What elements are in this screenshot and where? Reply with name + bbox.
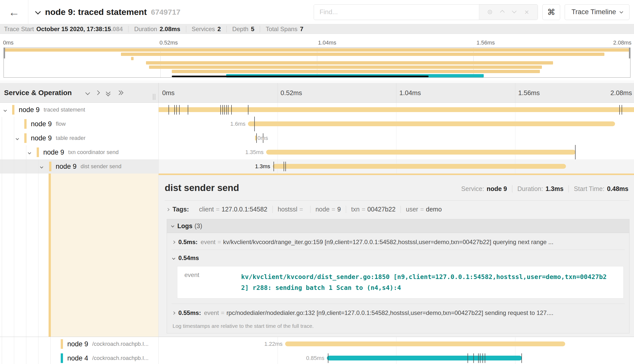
span-bar[interactable] [248, 121, 615, 126]
command-icon: ⌘ [547, 7, 555, 17]
axis-tick: 0ms [162, 89, 175, 97]
find-controls: × [479, 5, 538, 20]
minimap-span [146, 61, 553, 65]
span-color-chip [61, 353, 63, 363]
trace-start: Trace Start October 15 2020, 17:38:15.08… [4, 26, 129, 32]
log-entry-1[interactable]: 0.5ms: event = kv/kvclient/kvcoord/range… [172, 233, 625, 250]
logs-block: Logs (3) 0.5ms: event = kv/kvclient/kvco… [167, 219, 629, 333]
tag-client: client=127.0.0.1:54582 [194, 206, 273, 213]
minimap-scroll-thumb[interactable] [172, 76, 429, 77]
trace-duration: Duration 2.08ms [129, 26, 186, 32]
log-entry-3[interactable]: 0.55ms: event = rpc/nodedialer/nodediale… [172, 304, 625, 320]
back-button[interactable]: ← [0, 0, 28, 24]
tags-expand-icon[interactable] [166, 208, 170, 211]
log-entry-2-header[interactable]: 0.54ms [172, 250, 625, 265]
find-input[interactable] [314, 5, 479, 20]
prev-match-icon[interactable] [501, 9, 504, 15]
child-span-rows: node 9 /cockroach.roachpb.I... 1.22ms no… [0, 337, 634, 364]
row-collapse-icon[interactable] [40, 164, 43, 169]
view-selector-label: Trace Timeline [572, 8, 616, 16]
log-field-key: event [180, 271, 241, 293]
span-name[interactable]: node 9 table reader [0, 131, 158, 145]
span-color-chip [12, 105, 14, 115]
tags-label[interactable]: Tags: [173, 206, 189, 213]
chevron-down-icon [620, 10, 623, 13]
log-expand-icon [172, 241, 175, 244]
minimap-canvas[interactable] [4, 48, 630, 78]
span-bar[interactable] [285, 341, 565, 346]
keyboard-shortcuts-button[interactable]: ⌘ [542, 4, 560, 20]
span-name[interactable]: node 9 traced statement [0, 103, 158, 117]
axis-tick: 1.56ms [477, 39, 495, 46]
span-row-traced-statement: node 9 traced statement [0, 103, 634, 117]
span-name[interactable]: node 9 /cockroach.roachpb.I... [0, 337, 158, 351]
span-name[interactable]: node 9 dist sender send [0, 159, 158, 174]
row-collapse-icon[interactable] [4, 108, 6, 112]
trace-total-spans: Total Spans 7 [260, 26, 309, 32]
span-row-batch-node4: node 4 /cockroach.roachpb.I... 0.85ms [0, 351, 634, 364]
span-row-flow: node 9 flow 1.6ms [0, 117, 634, 131]
span-duration-label: 1.22ms [264, 341, 283, 347]
span-row-table-reader: node 9 table reader 0ms [0, 131, 634, 145]
left-scrubber-handle[interactable] [4, 48, 5, 58]
row-collapse-icon[interactable] [28, 150, 31, 155]
view-selector-button[interactable]: Trace Timeline [565, 4, 629, 20]
expand-one-icon[interactable] [96, 91, 99, 94]
minimap-span [121, 53, 604, 56]
collapse-all-icon[interactable] [106, 90, 111, 95]
span-accent-bar [49, 174, 51, 337]
axis-tick: 2.08ms [610, 89, 632, 97]
span-accent-tint [51, 174, 158, 337]
logs-footnote: Log timestamps are relative to the start… [172, 320, 625, 333]
collapse-title-chevron-icon[interactable] [36, 10, 40, 15]
right-scrubber-handle[interactable] [629, 48, 630, 58]
axis-tick: 1.04ms [318, 39, 336, 46]
span-bar[interactable] [266, 150, 576, 155]
span-bar[interactable] [273, 164, 566, 169]
minimap-span [4, 48, 630, 52]
span-name[interactable]: node 9 txn coordinator send [0, 145, 158, 159]
logs-header[interactable]: Logs (3) [167, 219, 629, 233]
span-id-row: SpanID: 5597415943526560273 [165, 333, 629, 337]
focus-match-icon[interactable] [488, 10, 492, 14]
log-expand-icon [172, 311, 175, 315]
log-entry-2-detail: event kv/kvclient/kvcoord/dist_sender.go… [177, 266, 624, 298]
span-name[interactable]: node 4 /cockroach.roachpb.I... [0, 351, 158, 364]
span-bar[interactable] [159, 107, 634, 112]
axis-tick: 2.08ms [613, 39, 631, 46]
span-detail-indent-column [0, 174, 159, 337]
trace-id: 6749717 [151, 8, 180, 16]
span-detail-meta: Service:node 9 Duration:1.3ms Start Time… [456, 185, 629, 192]
axis-tick: 1.56ms [518, 89, 540, 97]
page-header: ← node 9: traced statement 6749717 × ⌘ T [0, 0, 634, 24]
span-name[interactable]: node 9 flow [0, 117, 158, 131]
timeline-column-header: Service & Operation 0ms 0.52ms 1.04ms 1.… [0, 83, 634, 103]
span-color-chip [24, 133, 27, 143]
collapse-one-icon[interactable] [86, 91, 89, 94]
tags-row: Tags: client=127.0.0.1:54582 hostssl= no… [165, 201, 629, 217]
page-title: node 9: traced statement [45, 7, 147, 17]
span-detail-panel: dist sender send Service:node 9 Duration… [159, 174, 634, 337]
column-resize-grip[interactable] [153, 94, 155, 100]
find-box: × [314, 4, 538, 20]
span-detail-title: dist sender send [165, 183, 239, 193]
span-color-chip [24, 119, 27, 129]
span-row-txn-coordinator-send: node 9 txn coordinator send 1.35ms [0, 145, 634, 159]
trace-viewer: ← node 9: traced statement 6749717 × ⌘ T [0, 0, 634, 364]
span-color-chip [37, 147, 39, 157]
clear-find-icon[interactable]: × [524, 8, 529, 16]
minimap-span [172, 70, 540, 73]
trace-services: Services 2 [186, 26, 227, 32]
row-collapse-icon[interactable] [16, 136, 18, 141]
minimap-span [149, 66, 542, 69]
span-duration-label: 0.85ms [306, 355, 324, 361]
tag-node: node=9 [310, 206, 346, 213]
span-bar[interactable] [327, 356, 522, 360]
next-match-icon[interactable] [513, 9, 516, 15]
span-duration-label: 1.3ms [255, 163, 270, 170]
axis-tick: 0.52ms [281, 89, 302, 97]
span-row-dist-sender-send: node 9 dist sender send 1.3ms [0, 159, 634, 174]
expand-all-icon[interactable] [117, 90, 122, 95]
log-field-value: kv/kvclient/kvcoord/dist_sender.go:1850 … [241, 271, 613, 293]
span-color-chip [49, 162, 51, 171]
